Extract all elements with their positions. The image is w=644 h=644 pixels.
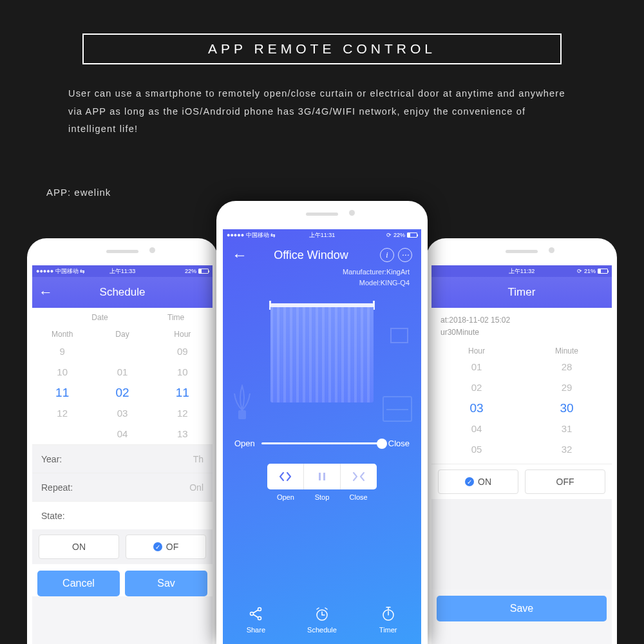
- plant-icon: [233, 384, 251, 422]
- clock-icon: [314, 605, 330, 622]
- svg-rect-1: [319, 473, 321, 480]
- svg-rect-2: [323, 473, 325, 480]
- minute-col: 2829303132: [522, 357, 612, 460]
- date-picker[interactable]: 9101112 01020304 0910111213: [32, 341, 213, 444]
- picture-icon: [390, 328, 408, 343]
- stop-button[interactable]: [304, 464, 341, 489]
- phone-timer: 上午11:32 ⟳ 21% Timer at:2018-11-02 15:02 …: [426, 238, 617, 644]
- phone-schedule: ●●●●● 中国移动 ⇆ 上午11:33 22% ← Schedule Date…: [27, 238, 218, 644]
- close-button[interactable]: [341, 464, 377, 489]
- battery-icon: [198, 269, 209, 274]
- timer-summary: at:2018-11-02 15:02 ur30Minute: [431, 308, 612, 343]
- back-icon[interactable]: ←: [232, 246, 247, 264]
- state-on-button[interactable]: ON: [39, 535, 119, 559]
- save-button[interactable]: Sav: [125, 571, 207, 596]
- share-button[interactable]: Share: [223, 605, 289, 634]
- device-title: Office Window: [252, 249, 376, 262]
- battery-icon: [598, 269, 608, 274]
- hour-col: 0102030405: [431, 357, 522, 460]
- save-button[interactable]: Save: [437, 596, 607, 621]
- app-name-label: APP: ewelink: [46, 187, 111, 198]
- timer-icon: [380, 605, 397, 622]
- status-bar: 上午11:32 ⟳ 21%: [431, 265, 612, 277]
- bottom-nav: Share Schedule Timer: [223, 598, 421, 644]
- svg-point-3: [251, 612, 254, 616]
- description-text: User can use a smartphone to remotely op…: [68, 85, 576, 138]
- state-row: State:: [32, 501, 213, 529]
- picker-col-labels: HourMinute: [431, 343, 612, 357]
- status-time: 上午11:32: [431, 267, 612, 276]
- app-bar: Timer: [431, 277, 612, 308]
- repeat-row[interactable]: Repeat:Onl: [32, 473, 213, 501]
- schedule-button[interactable]: Schedule: [289, 605, 355, 634]
- curtain-illustration: [232, 296, 412, 431]
- screen-title: Schedule: [100, 286, 146, 299]
- duration-picker[interactable]: 0102030405 2829303132: [431, 357, 612, 464]
- svg-rect-0: [238, 410, 246, 419]
- picker-group-labels: Date Time: [32, 308, 213, 325]
- battery-icon: [407, 232, 417, 238]
- phone-device: ●●●●● 中国移动 ⇆ 上午11:31 ⟳ 22% ← Office Wind…: [216, 201, 428, 644]
- month-col: 9101112: [32, 341, 92, 444]
- position-slider[interactable]: [261, 442, 382, 444]
- status-time: 上午11:33: [32, 267, 213, 276]
- timer-off-button[interactable]: OFF: [525, 469, 605, 494]
- open-button[interactable]: [267, 464, 304, 489]
- cancel-button[interactable]: Cancel: [37, 571, 120, 596]
- control-labels: OpenStopClose: [267, 493, 377, 501]
- dresser-icon: [383, 396, 412, 422]
- back-icon[interactable]: ←: [39, 284, 53, 301]
- screen-title: Timer: [508, 286, 536, 299]
- picker-col-labels: Month Day Hour: [32, 325, 213, 341]
- app-bar: ← Schedule: [32, 277, 213, 308]
- share-icon: [247, 605, 264, 622]
- svg-point-4: [258, 608, 261, 611]
- status-bar: ●●●●● 中国移动 ⇆ 上午11:31 ⟳ 22%: [223, 229, 421, 241]
- device-header: ← Office Window i ⋯: [223, 241, 421, 267]
- hour-col: 0910111213: [153, 341, 213, 444]
- slider-open-label: Open: [234, 439, 255, 448]
- timer-button[interactable]: Timer: [355, 605, 421, 634]
- svg-point-5: [258, 617, 261, 620]
- control-buttons: [267, 464, 377, 489]
- slider-close-label: Close: [388, 439, 410, 448]
- status-bar: ●●●●● 中国移动 ⇆ 上午11:33 22%: [32, 265, 213, 277]
- state-off-button[interactable]: OF: [126, 535, 206, 559]
- more-icon[interactable]: ⋯: [398, 248, 412, 262]
- headline: APP REMOTE CONTROL: [208, 41, 436, 57]
- status-time: 上午11:31: [223, 231, 421, 240]
- headline-box: APP REMOTE CONTROL: [82, 33, 562, 64]
- device-meta: Manufacturer:KingArt Model:KING-Q4: [223, 267, 421, 292]
- timer-on-button[interactable]: ON: [438, 469, 518, 494]
- day-col: 01020304: [92, 341, 152, 444]
- year-row[interactable]: Year:Th: [32, 444, 213, 473]
- info-icon[interactable]: i: [380, 248, 394, 262]
